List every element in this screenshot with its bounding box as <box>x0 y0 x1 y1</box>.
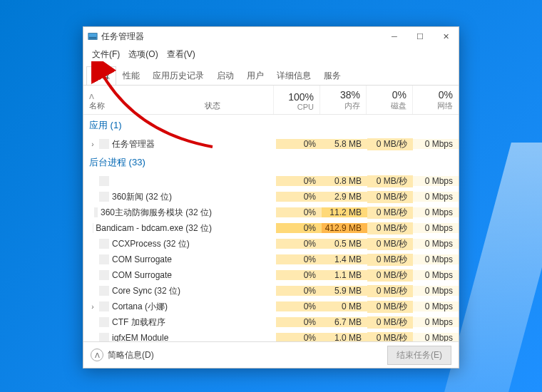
menu-file[interactable]: 文件(F) <box>88 47 124 62</box>
metric-cell: 412.9 MB <box>322 223 367 233</box>
tab-bar: 进程 性能 应用历史记录 启动 用户 详细信息 服务 <box>83 66 459 86</box>
menu-options[interactable]: 选项(O) <box>124 47 162 62</box>
tab-users[interactable]: 用户 <box>240 66 270 85</box>
process-name-label: Bandicam - bdcam.exe (32 位) <box>96 222 212 234</box>
metric-cell: 0 MB/秒 <box>367 285 413 297</box>
tab-app-history[interactable]: 应用历史记录 <box>146 66 210 85</box>
metric-cell: 0% <box>276 192 322 202</box>
metric-cell: 0% <box>276 254 322 264</box>
process-name-label: COM Surrogate <box>112 270 172 280</box>
process-row[interactable]: igfxEM Module0%1.0 MB0 MB/秒0 Mbps <box>83 330 459 341</box>
process-row[interactable]: ›Cortana (小娜)0%0 MB0 MB/秒0 Mbps <box>83 299 459 314</box>
tab-details[interactable]: 详细信息 <box>270 66 317 85</box>
process-row[interactable]: Bandicam - bdcam.exe (32 位)0%412.9 MB0 M… <box>83 220 459 236</box>
process-name-label: CTF 加载程序 <box>112 316 165 329</box>
process-icon <box>99 286 109 296</box>
process-row[interactable]: CCXProcess (32 位)0%0.5 MB0 MB/秒0 Mbps <box>83 236 459 252</box>
process-name-cell: CCXProcess (32 位) <box>83 238 212 250</box>
metric-cell: 0.8 MB <box>322 176 367 186</box>
expand-chevron-icon[interactable]: › <box>89 303 96 311</box>
window-controls: ─ ☐ ✕ <box>382 27 459 46</box>
task-manager-window: 任务管理器 ─ ☐ ✕ 文件(F) 选项(O) 查看(V) 进程 性能 应用历史… <box>83 26 459 368</box>
metric-cell: 0 Mbps <box>413 176 459 186</box>
column-headers: ᐱ 名称 状态 100% CPU 38% 内存 0% 磁盘 0% 网络 <box>83 86 459 115</box>
process-icon <box>99 176 109 186</box>
tab-startup[interactable]: 启动 <box>210 66 240 85</box>
metric-cell: 0 MB/秒 <box>367 238 413 250</box>
metric-cell: 2.9 MB <box>322 192 367 202</box>
column-memory[interactable]: 38% 内存 <box>319 86 366 114</box>
column-name[interactable]: ᐱ 名称 <box>83 86 200 114</box>
fewer-details-button[interactable]: ᐱ 简略信息(D) <box>91 349 154 361</box>
metric-cell: 0 MB/秒 <box>367 254 413 266</box>
process-name-label: Cortana (小娜) <box>112 301 168 313</box>
process-icon <box>99 254 109 264</box>
titlebar[interactable]: 任务管理器 ─ ☐ ✕ <box>83 27 459 46</box>
column-cpu[interactable]: 100% CPU <box>273 86 319 114</box>
metric-cell: 11.2 MB <box>322 207 367 217</box>
metric-cell: 0 MB/秒 <box>367 138 413 150</box>
process-row[interactable]: 0%0.8 MB0 MB/秒0 Mbps <box>83 173 459 189</box>
process-row[interactable]: 360主动防御服务模块 (32 位)0%11.2 MB0 MB/秒0 Mbps <box>83 205 459 220</box>
minimize-button[interactable]: ─ <box>382 27 407 46</box>
maximize-button[interactable]: ☐ <box>407 27 433 46</box>
expand-chevron-icon[interactable]: › <box>89 140 96 148</box>
metric-cell: 0 Mbps <box>413 286 459 296</box>
process-row[interactable]: ›任务管理器0%5.8 MB0 MB/秒0 Mbps <box>83 136 459 152</box>
process-name-cell: igfxEM Module <box>83 333 212 341</box>
chevron-up-icon: ᐱ <box>91 349 103 361</box>
cpu-percent: 100% <box>274 91 314 103</box>
column-disk[interactable]: 0% 磁盘 <box>366 86 412 114</box>
metric-cell: 0% <box>276 270 322 280</box>
column-name-label: 名称 <box>89 100 195 111</box>
column-status[interactable]: 状态 <box>200 86 273 114</box>
metric-cell: 0 MB/秒 <box>367 175 413 187</box>
metric-cell: 5.8 MB <box>322 139 367 149</box>
app-icon <box>88 31 98 41</box>
window-title: 任务管理器 <box>101 31 144 43</box>
metric-cell: 0 Mbps <box>413 223 459 233</box>
tab-services[interactable]: 服务 <box>317 66 347 85</box>
metric-cell: 0 MB/秒 <box>367 301 413 313</box>
metric-cell: 5.9 MB <box>322 286 367 296</box>
tab-processes[interactable]: 进程 <box>86 66 116 85</box>
process-row[interactable]: 360新闻 (32 位)0%2.9 MB0 MB/秒0 Mbps <box>83 189 459 205</box>
process-list[interactable]: 应用 (1)›任务管理器0%5.8 MB0 MB/秒0 Mbps后台进程 (33… <box>83 115 459 341</box>
column-network[interactable]: 0% 网络 <box>412 86 459 114</box>
process-name-cell: ›Cortana (小娜) <box>83 301 212 313</box>
metric-cell: 0 Mbps <box>413 333 459 341</box>
menu-view[interactable]: 查看(V) <box>163 47 200 62</box>
svg-rect-1 <box>89 37 97 39</box>
process-icon <box>93 223 93 233</box>
process-name-label: COM Surrogate <box>112 254 172 264</box>
process-row[interactable]: COM Surrogate0%1.1 MB0 MB/秒0 Mbps <box>83 267 459 283</box>
process-row[interactable]: Core Sync (32 位)0%5.9 MB0 MB/秒0 Mbps <box>83 283 459 299</box>
process-icon <box>99 317 109 327</box>
metric-cell: 6.7 MB <box>322 317 367 327</box>
end-task-button[interactable]: 结束任务(E) <box>387 346 451 365</box>
metric-cell: 0% <box>276 223 322 233</box>
process-name-cell: ›任务管理器 <box>83 138 212 150</box>
metric-cell: 0.5 MB <box>322 239 367 249</box>
process-icon <box>94 207 98 217</box>
process-name-label: CCXProcess (32 位) <box>112 238 190 250</box>
metric-cell: 0 Mbps <box>413 254 459 264</box>
close-button[interactable]: ✕ <box>433 27 459 46</box>
metric-cell: 0 MB/秒 <box>367 332 413 342</box>
metric-cell: 0% <box>276 176 322 186</box>
metric-cell: 0 Mbps <box>413 192 459 202</box>
mem-label: 内存 <box>320 100 360 111</box>
metric-cell: 0 MB/秒 <box>367 191 413 203</box>
net-label: 网络 <box>413 100 453 111</box>
tab-performance[interactable]: 性能 <box>116 66 146 85</box>
process-row[interactable]: CTF 加载程序0%6.7 MB0 MB/秒0 Mbps <box>83 314 459 330</box>
process-icon <box>99 239 109 249</box>
metric-cell: 0 MB/秒 <box>367 269 413 282</box>
metric-cell: 0 Mbps <box>413 270 459 280</box>
metric-cell: 0% <box>276 207 322 217</box>
metric-cell: 1.4 MB <box>322 254 367 264</box>
process-name-cell: COM Surrogate <box>83 270 212 280</box>
metric-cell: 0% <box>276 317 322 327</box>
metric-cell: 0% <box>276 139 322 149</box>
process-row[interactable]: COM Surrogate0%1.4 MB0 MB/秒0 Mbps <box>83 252 459 267</box>
